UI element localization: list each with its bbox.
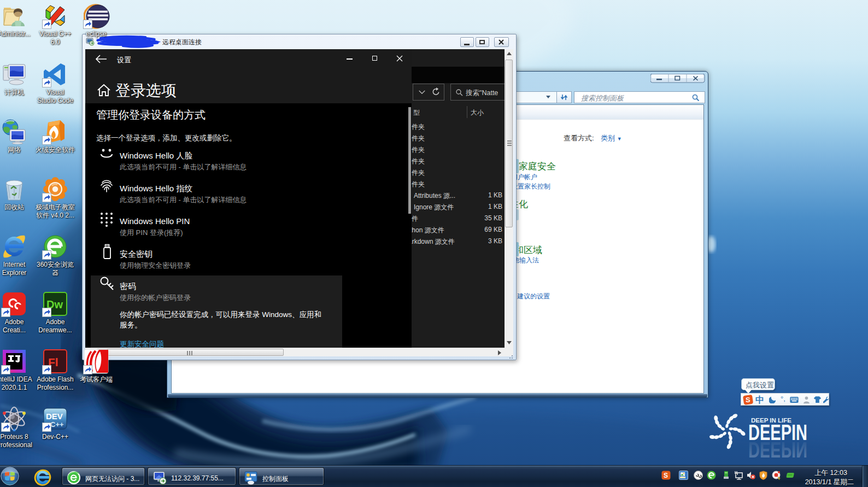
svg-text:DEV: DEV: [46, 412, 63, 421]
svg-text:S: S: [746, 396, 750, 404]
svg-text:DEEPIN: DEEPIN: [748, 438, 807, 462]
svg-text:C++: C++: [50, 420, 64, 429]
svg-text:S: S: [664, 472, 668, 479]
